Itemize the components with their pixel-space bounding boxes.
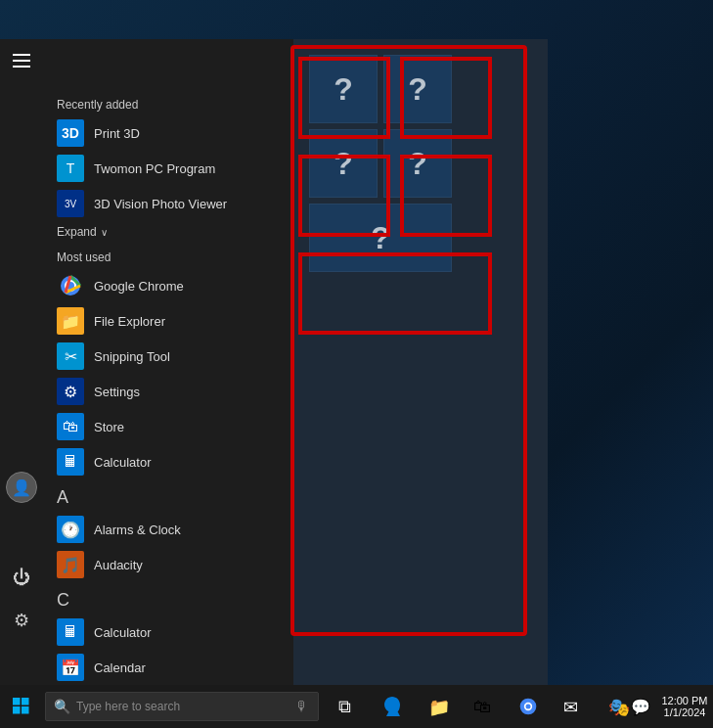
app-icon-store: 🛍 xyxy=(57,413,84,440)
svg-rect-12 xyxy=(22,706,29,714)
app-icon-settings: ⚙ xyxy=(57,378,84,405)
app-item-store[interactable]: 🛍 Store xyxy=(49,409,293,444)
sys-icons: 💬 12:00 PM 1/1/2024 xyxy=(623,685,713,728)
svg-rect-9 xyxy=(13,698,21,705)
app-name-twomon: Twomon PC Program xyxy=(94,161,215,176)
app-name-3dvision: 3D Vision Photo Viewer xyxy=(94,197,227,211)
app-icon-twomon: T xyxy=(57,155,84,182)
app-name-audacity: Audacity xyxy=(94,558,143,572)
search-bar[interactable]: 🔍 🎙 xyxy=(45,692,319,721)
app-icon-calculator: 🖩 xyxy=(57,448,84,476)
taskbar-app-icons: ⧉ 📁 🛍 ✉ xyxy=(327,685,640,728)
store-taskbar-icon: 🛍 xyxy=(473,697,493,716)
expand-label: Expand xyxy=(57,225,97,239)
tile-3-question: ? xyxy=(334,146,353,182)
start-menu: Recently added 3D Print 3D T Twomon PC P… xyxy=(0,39,548,685)
tile-2[interactable]: ? xyxy=(383,55,452,123)
app-name-store: Store xyxy=(94,420,124,434)
app-name-calculator: Calculator xyxy=(94,455,152,470)
notification-icon[interactable]: 💬 xyxy=(623,685,658,728)
date-display: 1/1/2024 xyxy=(664,706,706,718)
recently-added-label: Recently added xyxy=(49,90,293,115)
start-button[interactable] xyxy=(0,685,43,728)
expand-button[interactable]: Expand ∨ xyxy=(49,221,293,243)
app-item-alarms[interactable]: 🕐 Alarms & Clock xyxy=(49,512,293,547)
app-item-settings[interactable]: ⚙ Settings xyxy=(49,374,293,409)
hamburger-button[interactable] xyxy=(0,39,43,82)
desktop: Recently added 3D Print 3D T Twomon PC P… xyxy=(0,0,713,728)
chrome-icon xyxy=(59,274,82,297)
tile-4[interactable]: ? xyxy=(383,129,452,198)
taskbar-right: 💬 12:00 PM 1/1/2024 xyxy=(623,685,713,728)
edge-icon xyxy=(383,697,403,716)
chrome-taskbar-icon xyxy=(518,697,538,716)
tile-1-question: ? xyxy=(334,71,353,108)
tile-3[interactable]: ? xyxy=(309,129,378,198)
expand-chevron-icon: ∨ xyxy=(101,227,108,238)
start-menu-right: ? ? ? ? ? xyxy=(293,39,548,685)
app-name-print3d: Print 3D xyxy=(94,126,140,141)
tile-row-2: ? ? xyxy=(309,129,532,198)
user-avatar: 👤 xyxy=(6,472,37,503)
mail-taskbar-icon: ✉ xyxy=(563,697,583,716)
clock[interactable]: 12:00 PM 1/1/2024 xyxy=(660,685,709,728)
search-input[interactable] xyxy=(76,700,291,713)
mail-taskbar-button[interactable]: ✉ xyxy=(552,685,595,728)
alpha-c-header: C xyxy=(49,582,293,614)
edge-button[interactable] xyxy=(372,685,415,728)
alpha-a-header: A xyxy=(49,479,293,512)
user-icon[interactable]: 👤 xyxy=(0,466,43,509)
app-icon-print3d: 3D xyxy=(57,119,84,147)
app-name-snipping: Snipping Tool xyxy=(94,349,170,364)
app-item-twomon[interactable]: T Twomon PC Program xyxy=(49,151,293,186)
start-menu-left: Recently added 3D Print 3D T Twomon PC P… xyxy=(0,39,293,685)
app-name-alarms: Alarms & Clock xyxy=(94,523,181,537)
power-button[interactable]: ⏻ xyxy=(0,556,43,599)
microphone-icon[interactable]: 🎙 xyxy=(295,699,309,714)
settings-button[interactable]: ⚙ xyxy=(0,599,43,642)
svg-rect-11 xyxy=(13,706,21,714)
chrome-taskbar-button[interactable] xyxy=(507,685,550,728)
app-icon-alarms: 🕐 xyxy=(57,516,84,543)
app-item-audacity[interactable]: 🎵 Audacity xyxy=(49,547,293,582)
task-view-button[interactable]: ⧉ xyxy=(327,685,370,728)
tile-5[interactable]: ? xyxy=(309,204,452,272)
file-explorer-button[interactable]: 📁 xyxy=(417,685,460,728)
app-name-calendar: Calendar xyxy=(94,660,146,675)
file-explorer-taskbar-icon: 📁 xyxy=(428,697,448,716)
app-icon-snipping: ✂ xyxy=(57,342,84,370)
time-display: 12:00 PM xyxy=(661,695,707,706)
search-icon: 🔍 xyxy=(54,699,70,714)
app-icon-file-explorer: 📁 xyxy=(57,307,84,335)
app-name-chrome: Google Chrome xyxy=(94,279,184,294)
app-icon-chrome xyxy=(57,272,84,299)
svg-rect-10 xyxy=(22,698,29,705)
tile-5-question: ? xyxy=(371,220,390,256)
app-item-chrome[interactable]: Google Chrome xyxy=(49,268,293,303)
svg-point-15 xyxy=(526,705,531,709)
start-left-icon-bar: ⏻ ⚙ xyxy=(0,556,43,642)
app-name-file-explorer: File Explorer xyxy=(94,314,165,329)
app-name-calculator2: Calculator xyxy=(94,625,152,640)
app-item-snipping[interactable]: ✂ Snipping Tool xyxy=(49,339,293,374)
app-icon-calculator2: 🖩 xyxy=(57,618,84,646)
store-taskbar-button[interactable]: 🛍 xyxy=(462,685,505,728)
app-item-calculator2[interactable]: 🖩 Calculator xyxy=(49,614,293,650)
app-item-3dvision[interactable]: 3V 3D Vision Photo Viewer xyxy=(49,186,293,221)
app-icon-calendar: 📅 xyxy=(57,654,84,681)
task-view-icon: ⧉ xyxy=(338,697,358,716)
app-item-calendar[interactable]: 📅 Calendar xyxy=(49,650,293,685)
app-item-file-explorer[interactable]: 📁 File Explorer xyxy=(49,303,293,339)
app-icon-audacity: 🎵 xyxy=(57,551,84,578)
app-item-print3d[interactable]: 3D Print 3D xyxy=(49,115,293,151)
tile-4-question: ? xyxy=(408,146,427,182)
tile-row-3: ? xyxy=(309,204,532,272)
tile-1[interactable]: ? xyxy=(309,55,378,123)
taskbar: 🔍 🎙 ⧉ 📁 🛍 xyxy=(0,685,713,728)
most-used-label: Most used xyxy=(49,243,293,268)
hamburger-icon xyxy=(13,54,30,68)
tile-2-question: ? xyxy=(408,71,427,108)
app-list: Recently added 3D Print 3D T Twomon PC P… xyxy=(0,82,293,685)
app-item-calculator[interactable]: 🖩 Calculator xyxy=(49,444,293,479)
app-name-settings: Settings xyxy=(94,385,140,399)
